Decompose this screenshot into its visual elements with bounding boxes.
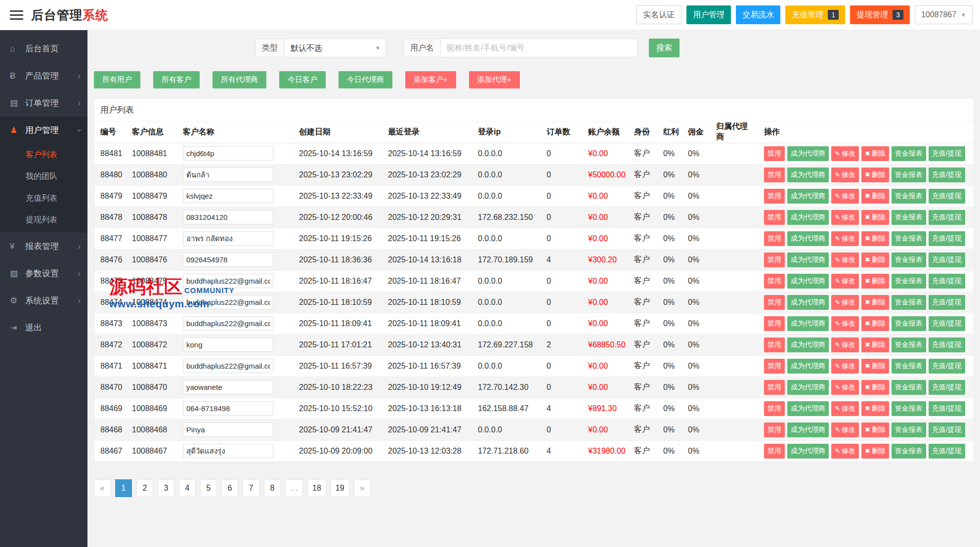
customer-name-input[interactable] [183, 252, 273, 267]
customer-name-input[interactable] [183, 295, 273, 309]
topbar-button-recharge-management[interactable]: 充值管理1 [785, 5, 845, 24]
menu-toggle-icon[interactable] [10, 10, 23, 20]
action-recharge-withdraw-button[interactable]: 充值/提现 [929, 146, 965, 161]
pagination-page-18[interactable]: 18 [307, 479, 326, 497]
customer-name-input[interactable] [183, 316, 273, 331]
action-recharge-withdraw-button[interactable]: 充值/提现 [929, 316, 965, 331]
action-recharge-withdraw-button[interactable]: 充值/提现 [929, 337, 965, 352]
filter-button-today-customers[interactable]: 今日客户 [279, 71, 326, 88]
action-delete-button[interactable]: ✖删除 [861, 295, 889, 310]
customer-name-input[interactable] [183, 337, 273, 352]
action-fund-report-button[interactable]: 资金报表 [892, 444, 926, 459]
action-fund-report-button[interactable]: 资金报表 [892, 337, 926, 352]
type-select[interactable]: 默认不选 [285, 39, 386, 57]
action-become-agent-button[interactable]: 成为代理商 [787, 337, 829, 352]
action-become-agent-button[interactable]: 成为代理商 [787, 168, 829, 182]
customer-name-input[interactable] [183, 380, 273, 394]
action-edit-button[interactable]: ✎修改 [831, 274, 859, 289]
action-recharge-withdraw-button[interactable]: 充值/提现 [929, 380, 965, 395]
account-dropdown[interactable]: 10087867 ▼ [915, 5, 973, 24]
action-fund-report-button[interactable]: 资金报表 [892, 210, 926, 225]
action-delete-button[interactable]: ✖删除 [861, 444, 889, 459]
action-recharge-withdraw-button[interactable]: 充值/提现 [929, 252, 965, 267]
sidebar-item-system[interactable]: ⚙系统设置› [0, 287, 87, 314]
action-delete-button[interactable]: ✖删除 [861, 252, 889, 267]
sidebar-subitem-recharge-list[interactable]: 充值列表 [0, 187, 87, 209]
action-edit-button[interactable]: ✎修改 [831, 231, 859, 246]
action-recharge-withdraw-button[interactable]: 充值/提现 [929, 401, 965, 416]
action-edit-button[interactable]: ✎修改 [831, 422, 859, 437]
action-become-agent-button[interactable]: 成为代理商 [787, 252, 829, 267]
pagination-page-6[interactable]: 6 [221, 479, 238, 497]
topbar-button-user-management[interactable]: 用户管理 [686, 5, 731, 24]
filter-button-all-agents[interactable]: 所有代理商 [213, 71, 266, 88]
pagination-page-5[interactable]: 5 [200, 479, 217, 497]
pagination-page-1[interactable]: 1 [115, 479, 132, 497]
action-recharge-withdraw-button[interactable]: 充值/提现 [929, 295, 965, 310]
action-disable-button[interactable]: 禁用 [764, 401, 785, 416]
sidebar-item-logout[interactable]: ⇥退出 [0, 314, 87, 341]
action-delete-button[interactable]: ✖删除 [861, 210, 889, 225]
action-become-agent-button[interactable]: 成为代理商 [787, 189, 829, 204]
action-edit-button[interactable]: ✎修改 [831, 380, 859, 395]
action-edit-button[interactable]: ✎修改 [831, 444, 859, 459]
action-edit-button[interactable]: ✎修改 [831, 316, 859, 331]
sidebar-subitem-withdraw-list[interactable]: 提现列表 [0, 209, 87, 231]
action-recharge-withdraw-button[interactable]: 充值/提现 [929, 444, 965, 459]
action-delete-button[interactable]: ✖删除 [861, 231, 889, 246]
sidebar-item-dashboard[interactable]: ⌂后台首页 [0, 35, 87, 62]
action-become-agent-button[interactable]: 成为代理商 [787, 422, 829, 437]
action-edit-button[interactable]: ✎修改 [831, 359, 859, 374]
action-fund-report-button[interactable]: 资金报表 [892, 422, 926, 437]
action-edit-button[interactable]: ✎修改 [831, 401, 859, 416]
action-fund-report-button[interactable]: 资金报表 [892, 401, 926, 416]
action-become-agent-button[interactable]: 成为代理商 [787, 274, 829, 289]
sidebar-item-reports[interactable]: ¥报表管理› [0, 233, 87, 260]
action-recharge-withdraw-button[interactable]: 充值/提现 [929, 422, 965, 437]
action-disable-button[interactable]: 禁用 [764, 295, 785, 310]
search-button[interactable]: 搜索 [649, 39, 680, 57]
action-become-agent-button[interactable]: 成为代理商 [787, 401, 829, 416]
sidebar-item-orders[interactable]: ▤订单管理› [0, 89, 87, 117]
action-become-agent-button[interactable]: 成为代理商 [787, 295, 829, 310]
action-edit-button[interactable]: ✎修改 [831, 295, 859, 310]
action-edit-button[interactable]: ✎修改 [831, 337, 859, 352]
customer-name-input[interactable] [183, 444, 273, 458]
sidebar-subitem-customer-list[interactable]: 客户列表 [0, 144, 87, 166]
action-delete-button[interactable]: ✖删除 [861, 380, 889, 395]
action-fund-report-button[interactable]: 资金报表 [892, 231, 926, 246]
action-fund-report-button[interactable]: 资金报表 [892, 274, 926, 289]
topbar-button-withdraw-management[interactable]: 提现管理3 [850, 5, 910, 24]
action-disable-button[interactable]: 禁用 [764, 359, 785, 374]
pagination-page-2[interactable]: 2 [136, 479, 153, 497]
customer-name-input[interactable] [183, 359, 273, 373]
filter-button-add-agent[interactable]: 添加代理+ [469, 71, 520, 88]
filter-button-all-users[interactable]: 所有用户 [94, 71, 140, 88]
username-input[interactable] [441, 39, 638, 57]
action-fund-report-button[interactable]: 资金报表 [892, 252, 926, 267]
action-delete-button[interactable]: ✖删除 [861, 168, 889, 182]
action-disable-button[interactable]: 禁用 [764, 231, 785, 246]
pagination-page-7[interactable]: 7 [243, 479, 259, 497]
action-edit-button[interactable]: ✎修改 [831, 189, 859, 204]
action-fund-report-button[interactable]: 资金报表 [892, 380, 926, 395]
action-edit-button[interactable]: ✎修改 [831, 168, 859, 182]
pagination-page-3[interactable]: 3 [158, 479, 174, 497]
action-delete-button[interactable]: ✖删除 [861, 274, 889, 289]
action-edit-button[interactable]: ✎修改 [831, 146, 859, 161]
action-recharge-withdraw-button[interactable]: 充值/提现 [929, 210, 965, 225]
customer-name-input[interactable] [183, 168, 273, 182]
action-delete-button[interactable]: ✖删除 [861, 146, 889, 161]
customer-name-input[interactable] [183, 422, 273, 437]
action-fund-report-button[interactable]: 资金报表 [892, 316, 926, 331]
customer-name-input[interactable] [183, 401, 273, 416]
filter-button-add-customer[interactable]: 添加客户+ [405, 71, 456, 88]
topbar-button-transactions[interactable]: 交易流水 [736, 5, 780, 24]
action-become-agent-button[interactable]: 成为代理商 [787, 146, 829, 161]
pagination-prev[interactable]: « [94, 479, 111, 497]
action-delete-button[interactable]: ✖删除 [861, 316, 889, 331]
action-disable-button[interactable]: 禁用 [764, 444, 785, 459]
pagination-page-19[interactable]: 19 [331, 479, 349, 497]
action-fund-report-button[interactable]: 资金报表 [892, 359, 926, 374]
filter-button-today-agents[interactable]: 今日代理商 [339, 71, 392, 88]
